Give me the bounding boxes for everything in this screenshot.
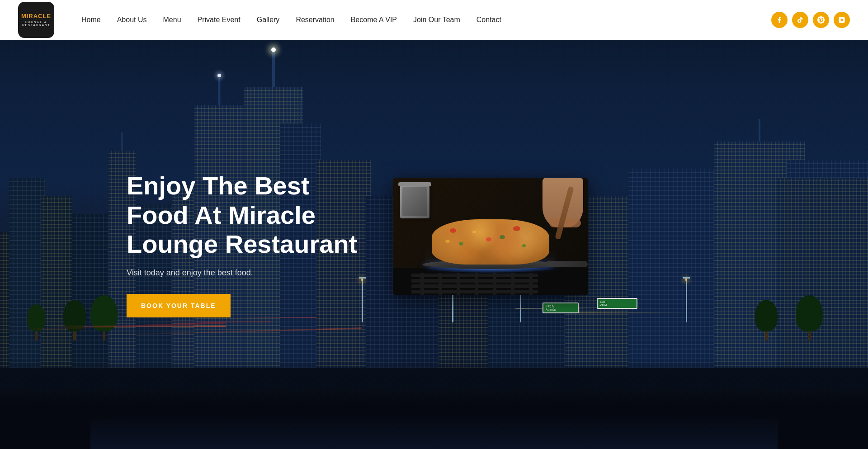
logo-text: MIRACLE [18,13,54,19]
hero-subtitle: Visit today and enjoy the best food. [127,268,362,278]
food-image-inner [393,178,588,295]
nav-gallery[interactable]: Gallery [257,16,280,24]
pinterest-icon[interactable] [813,12,829,28]
tiktok-icon[interactable] [792,12,808,28]
instagram-icon[interactable] [834,12,850,28]
nav-menu[interactable]: Menu [163,16,181,24]
hero-title: Enjoy The Best Food At Miracle Lounge Re… [127,171,362,259]
nav-home[interactable]: Home [81,16,101,24]
nav-vip[interactable]: Become A VIP [351,16,397,24]
nav-private-event[interactable]: Private Event [198,16,241,24]
header: MIRACLE LOUNGE & RESTAURANT Home About U… [0,0,868,40]
nav-reservation[interactable]: Reservation [296,16,334,24]
logo[interactable]: MIRACLE LOUNGE & RESTAURANT [18,2,54,38]
logo-sub: LOUNGE & RESTAURANT [18,20,54,27]
nav-contact[interactable]: Contact [476,16,501,24]
main-nav: Home About Us Menu Private Event Gallery… [81,16,744,24]
book-table-button[interactable]: BOOK YOUR TABLE [127,294,231,317]
facebook-icon[interactable] [771,12,788,28]
nav-join[interactable]: Join Our Team [413,16,460,24]
food-image-panel [393,178,588,295]
hero-text-block: Enjoy The Best Food At Miracle Lounge Re… [127,171,362,317]
hero-section: I-75 NAtlanta EXIT249A Enjoy The Best Fo… [0,0,868,449]
social-icons [771,12,850,28]
nav-about[interactable]: About Us [117,16,147,24]
